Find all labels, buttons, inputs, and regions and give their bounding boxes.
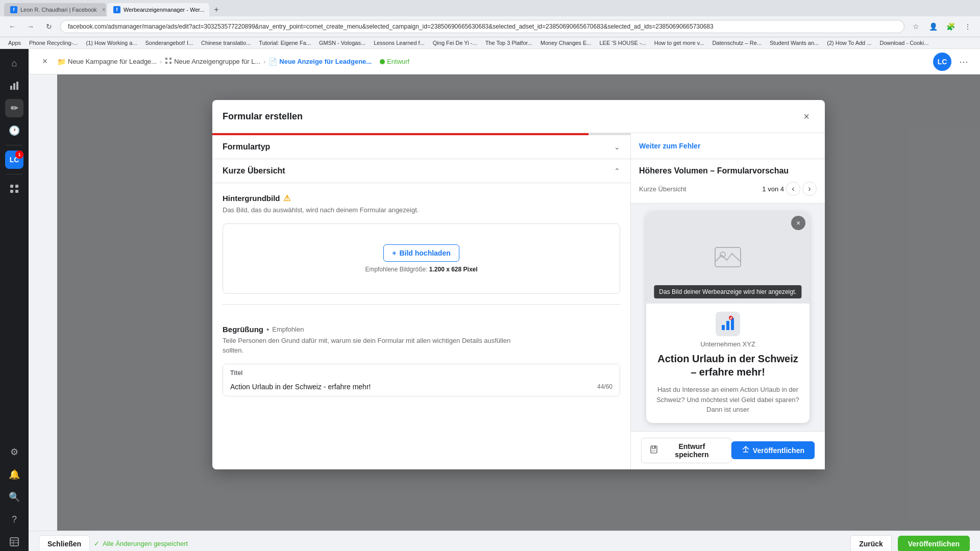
bookmark-apps[interactable]: Apps bbox=[5, 39, 24, 47]
bookmark-how-to-add[interactable]: (2) How To Add ... bbox=[824, 39, 874, 47]
forward-button[interactable]: → bbox=[23, 19, 38, 34]
sidebar-divider bbox=[6, 145, 22, 145]
sidebar-icon-clock[interactable]: 🕐 bbox=[5, 121, 23, 140]
upload-hint-size: 1.200 x 628 Pixel bbox=[429, 266, 478, 273]
save-draft-button[interactable]: Entwurf speichern bbox=[641, 438, 731, 463]
nav-avatar[interactable]: LC bbox=[933, 53, 951, 71]
titel-input[interactable] bbox=[230, 383, 597, 391]
bookmark-sonderangebot[interactable]: Sonderangebot! I... bbox=[142, 39, 197, 47]
save-draft-icon bbox=[650, 445, 658, 455]
modal-right-panel: Weiter zum Fehler Höheres Volumen – Form… bbox=[631, 133, 825, 469]
phone-tooltip: Das Bild deiner Werbeanzeige wird hier a… bbox=[654, 285, 801, 298]
browser-tabs: f Leon R. Chaudhari | Facebook × f Werbe… bbox=[0, 0, 980, 16]
tab-label-ads: Werbeanzeigenmanager - Wer... bbox=[124, 7, 205, 13]
phone-image-placeholder: Das Bild deiner Werbeanzeige wird hier a… bbox=[646, 212, 810, 304]
svg-rect-18 bbox=[726, 321, 729, 330]
svg-rect-21 bbox=[651, 446, 657, 453]
nav-more-button[interactable]: ⋯ bbox=[955, 54, 972, 70]
refresh-button[interactable]: ↻ bbox=[42, 19, 56, 34]
publish-modal-icon bbox=[742, 445, 750, 455]
sidebar-icon-pencil[interactable]: ✏ bbox=[5, 99, 23, 117]
svg-rect-11 bbox=[165, 58, 167, 60]
publish-button[interactable]: Veröffentlichen bbox=[898, 536, 970, 552]
bookmark-datenschutz[interactable]: Datenschutz – Re... bbox=[709, 39, 765, 47]
back-button[interactable]: ← bbox=[5, 19, 19, 34]
breadcrumb-label-anzeigengruppe: Neue Anzeigengruppe für L... bbox=[174, 58, 260, 65]
modal-left-panel: Formulartyp ⌄ Kurze Übersicht ⌃ bbox=[212, 133, 631, 469]
preview-next-button[interactable]: › bbox=[802, 182, 817, 196]
bookmark-download[interactable]: Download - Cooki... bbox=[876, 39, 932, 47]
extensions-icon[interactable]: 🧩 bbox=[943, 19, 958, 34]
nav-close-button[interactable]: × bbox=[37, 54, 53, 70]
sidebar-icon-search[interactable]: 🔍 bbox=[5, 488, 23, 506]
breadcrumb-sep-1: › bbox=[160, 58, 162, 65]
svg-rect-6 bbox=[15, 190, 18, 193]
sidebar-icon-bell[interactable]: 🔔 bbox=[5, 465, 23, 484]
url-bar[interactable]: facebook.com/adsmanager/manage/ads/edit?… bbox=[60, 20, 904, 33]
phone-close-icon[interactable]: × bbox=[791, 216, 805, 230]
bookmark-student[interactable]: Student Wants an... bbox=[767, 39, 822, 47]
warning-icon: ⚠ bbox=[283, 193, 290, 203]
svg-rect-2 bbox=[16, 82, 18, 90]
back-button[interactable]: Zurück bbox=[850, 535, 892, 552]
bookmark-how-working[interactable]: (1) How Working a... bbox=[83, 39, 140, 47]
sidebar-icon-settings[interactable]: ⚙ bbox=[5, 443, 23, 461]
weiter-zum-fehler-link[interactable]: Weiter zum Fehler bbox=[639, 142, 700, 150]
sidebar-icon-grid[interactable] bbox=[5, 180, 23, 198]
bookmark-star-icon[interactable]: ☆ bbox=[909, 19, 923, 34]
bookmark-money[interactable]: Money Changes E... bbox=[537, 39, 595, 47]
preview-phone-area: × bbox=[631, 204, 825, 431]
breadcrumb-kampagne[interactable]: 📁 Neue Kampagne für Leadge... bbox=[57, 58, 157, 66]
svg-rect-24 bbox=[652, 452, 655, 452]
top-nav: × 📁 Neue Kampagne für Leadge... › bbox=[29, 49, 980, 74]
formulartyp-section-header[interactable]: Formulartyp ⌄ bbox=[212, 135, 630, 159]
breadcrumb-anzeigengruppe[interactable]: Neue Anzeigengruppe für L... bbox=[165, 57, 260, 66]
upload-button[interactable]: + Bild hochladen bbox=[383, 244, 459, 262]
preview-nav-controls: 1 von 4 ‹ › bbox=[762, 182, 817, 196]
breadcrumb-anzeige[interactable]: 📄 Neue Anzeige für Leadgene... bbox=[268, 58, 372, 66]
save-draft-label: Entwurf speichern bbox=[661, 442, 723, 459]
bookmark-tutorial[interactable]: Tutorial: Eigene Fa... bbox=[256, 39, 314, 47]
bookmark-gmsn[interactable]: GMSN - Vologas... bbox=[316, 39, 369, 47]
left-sidebar: ⌂ ✏ 🕐 LC 1 ⚙ 🔔 🔍 bbox=[0, 49, 29, 551]
status-dot bbox=[380, 59, 385, 64]
modal-close-button[interactable]: × bbox=[798, 108, 815, 124]
page-background: Formular erstellen × bbox=[29, 74, 980, 531]
modal-title: Formular erstellen bbox=[223, 111, 303, 122]
tab-facebook[interactable]: f Leon R. Chaudhari | Facebook × bbox=[4, 3, 106, 16]
bookmark-phone-recycling[interactable]: Phone Recycling-... bbox=[26, 39, 81, 47]
new-tab-button[interactable]: + bbox=[210, 4, 223, 16]
bookmark-qing[interactable]: Qing Fei De Yi -... bbox=[430, 39, 480, 47]
close-button[interactable]: Schließen bbox=[39, 535, 90, 552]
tab-close-facebook[interactable]: × bbox=[102, 6, 106, 13]
sidebar-icon-table[interactable] bbox=[5, 533, 23, 551]
svg-rect-7 bbox=[10, 538, 18, 546]
sidebar-icon-chart[interactable] bbox=[5, 77, 23, 95]
phone-logo-area bbox=[646, 304, 810, 340]
bookmark-chinese[interactable]: Chinese translatio... bbox=[198, 39, 254, 47]
kurze-uebersicht-section-header[interactable]: Kurze Übersicht ⌃ bbox=[212, 159, 630, 183]
kurze-uebersicht-content: Hintergrundbild ⚠ Das Bild, das du auswä… bbox=[212, 183, 630, 325]
bookmark-top3[interactable]: The Top 3 Platfor... bbox=[482, 39, 535, 47]
image-placeholder-icon bbox=[713, 242, 743, 273]
breadcrumb-label-kampagne: Neue Kampagne für Leadge... bbox=[68, 58, 157, 65]
bookmark-lessons[interactable]: Lessons Learned f... bbox=[371, 39, 428, 47]
more-options-icon[interactable]: ⋮ bbox=[961, 19, 975, 34]
grid-icon bbox=[165, 57, 172, 66]
bookmark-lees[interactable]: LEE 'S HOUSE -... bbox=[596, 39, 649, 47]
svg-rect-17 bbox=[722, 325, 725, 330]
tab-ads-manager[interactable]: f Werbeanzeigenmanager - Wer... × bbox=[107, 3, 209, 16]
titel-field-container: 44/60 bbox=[223, 380, 620, 396]
sidebar-icon-home[interactable]: ⌂ bbox=[5, 54, 23, 72]
bookmark-more-v[interactable]: How to get more v... bbox=[651, 39, 707, 47]
bottom-bar-right: Zurück Veröffentlichen bbox=[850, 535, 970, 552]
publish-modal-button[interactable]: Veröffentlichen bbox=[731, 441, 815, 459]
formulartyp-chevron-icon: ⌄ bbox=[614, 143, 620, 151]
profile-icon[interactable]: 👤 bbox=[926, 19, 940, 34]
sidebar-icon-help[interactable]: ? bbox=[5, 510, 23, 529]
main-content: × 📁 Neue Kampagne für Leadge... › bbox=[29, 49, 980, 551]
preview-prev-button[interactable]: ‹ bbox=[786, 182, 800, 196]
sidebar-avatar[interactable]: LC 1 bbox=[5, 151, 23, 169]
hintergrundbild-label: Hintergrundbild ⚠ bbox=[223, 193, 620, 203]
breadcrumb-sep-2: › bbox=[263, 58, 265, 65]
